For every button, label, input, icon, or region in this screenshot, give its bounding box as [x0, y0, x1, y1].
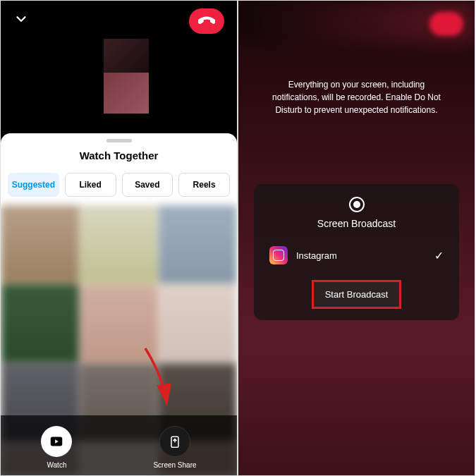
remote-video-tile — [104, 39, 149, 73]
tab-liked[interactable]: Liked — [65, 173, 116, 197]
media-thumb[interactable] — [80, 284, 158, 362]
screen-share-button[interactable]: Screen Share — [153, 426, 196, 469]
tab-row: Suggested Liked Saved Reels — [1, 173, 237, 197]
media-thumb[interactable] — [1, 205, 79, 283]
sheet-grabber[interactable] — [106, 139, 132, 142]
right-screenshot: Everything on your screen, including not… — [238, 0, 475, 476]
tab-saved[interactable]: Saved — [122, 173, 173, 197]
start-broadcast-button[interactable]: Start Broadcast — [312, 280, 402, 309]
tab-suggested[interactable]: Suggested — [8, 173, 59, 197]
top-bar — [1, 1, 237, 42]
watch-label: Watch — [47, 461, 66, 469]
sheet-title: Watch Together — [1, 149, 237, 161]
media-thumb[interactable] — [159, 284, 237, 362]
tab-reels[interactable]: Reels — [178, 173, 230, 197]
checkmark-icon: ✓ — [434, 249, 444, 262]
broadcast-disclaimer: Everything on your screen, including not… — [238, 78, 475, 116]
self-video-tile — [104, 73, 149, 114]
screen-share-icon — [159, 426, 190, 457]
play-icon — [41, 426, 72, 457]
modal-title: Screen Broadcast — [265, 218, 448, 229]
screen-broadcast-modal: Screen Broadcast Instagram ✓ Start Broad… — [254, 184, 459, 320]
chevron-down-icon[interactable] — [13, 11, 29, 31]
app-name-label: Instagram — [296, 250, 426, 261]
media-thumb[interactable] — [80, 205, 158, 283]
left-screenshot: Watch Together Suggested Liked Saved Ree… — [0, 0, 238, 476]
hangup-button-blur — [429, 12, 463, 36]
bottom-bar: Watch Screen Share — [1, 415, 237, 475]
app-row-instagram[interactable]: Instagram ✓ — [265, 240, 448, 270]
screen-share-label: Screen Share — [153, 461, 196, 469]
instagram-icon — [269, 246, 288, 264]
media-thumb[interactable] — [159, 205, 237, 283]
media-thumb[interactable] — [1, 284, 79, 362]
watch-button[interactable]: Watch — [41, 426, 72, 469]
hangup-button[interactable] — [189, 8, 224, 34]
record-icon — [265, 197, 448, 212]
